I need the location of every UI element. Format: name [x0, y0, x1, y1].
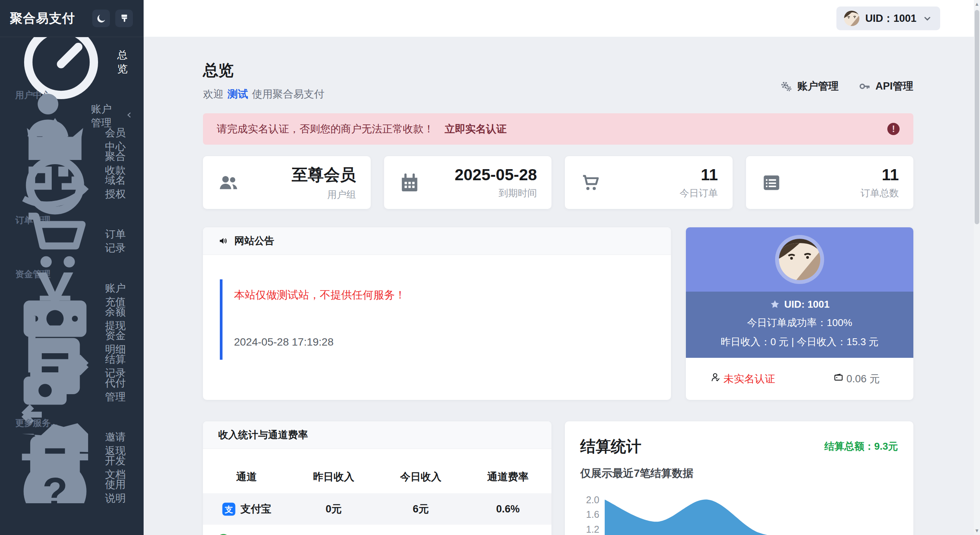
column-header: 今日收入: [377, 470, 465, 484]
user-menu-label: UID：1001: [865, 11, 916, 25]
cart-icon: [579, 172, 601, 194]
quick-link-key[interactable]: API管理: [859, 71, 913, 101]
column-header: 通道: [203, 470, 290, 484]
scrollbar-thumb[interactable]: [975, 10, 979, 224]
table-row: 支支付宝0元6元0.6%: [203, 493, 551, 525]
middle-row: 网站公告 本站仅做测试站，不提供任何服务！ 2024-05-28 17:19:2…: [203, 227, 913, 400]
scrollbar-up-arrow[interactable]: ▲: [974, 1, 980, 8]
settlement-card: 结算统计 结算总额：9.3元 仅展示最近7笔结算数据 2.01.61.20.80…: [565, 421, 913, 535]
stat-cards: 至尊会员用户组2025-05-28到期时间11今日订单11订单总数: [203, 156, 913, 209]
announcement-content: 本站仅做测试站，不提供任何服务！: [234, 288, 654, 302]
sidebar-item-label: 使用说明: [105, 478, 134, 503]
key-icon: [859, 80, 870, 92]
stat-label: 今日订单: [680, 187, 718, 199]
chevron-down-icon: [922, 13, 933, 24]
sidebar-item-globe[interactable]: 域名授权: [0, 175, 144, 199]
username: 测试: [227, 88, 248, 100]
verify-status-block[interactable]: 未实名认证: [686, 372, 800, 386]
profile-card: UID: 1001 今日订单成功率：100% 昨日收入：0 元 | 今日收入：1…: [686, 227, 913, 400]
profile-income: 昨日收入：0 元 | 今日收入：15.3 元: [686, 335, 913, 349]
announcement-quote: 本站仅做测试站，不提供任何服务！ 2024-05-28 17:19:28: [220, 279, 654, 360]
y-axis-tick: 1.6: [580, 509, 599, 520]
sidebar-header: 聚合易支付: [0, 0, 144, 37]
sidebar: 聚合易支付 总览用户中心账户管理会员中心聚合收款域名授权订单管理订单记录资金管理…: [0, 0, 144, 535]
settlement-subtitle: 仅展示最近7笔结算数据: [580, 466, 913, 481]
profile-footer: 未实名认证 0.06 元: [686, 358, 913, 400]
sidebar-nav: 总览用户中心账户管理会员中心聚合收款域名授权订单管理订单记录资金管理¥账户充值余…: [0, 37, 144, 503]
settlement-title: 结算统计: [580, 436, 641, 457]
sidebar-item-label: 代付管理: [105, 376, 134, 404]
page-header: 总览 欢迎测试使用聚合易支付 账户管理API管理: [203, 60, 913, 101]
profile-banner: [686, 227, 913, 292]
page-title: 总览: [203, 60, 324, 81]
user-menu[interactable]: UID：1001: [836, 7, 940, 30]
avatar: [844, 11, 859, 26]
profile-stats: UID: 1001 今日订单成功率：100% 昨日收入：0 元 | 今日收入：1…: [686, 292, 913, 358]
channel-name: 微信支付: [235, 533, 276, 535]
announcement-title: 网站公告: [234, 234, 274, 248]
alert-text: 请完成实名认证，否则您的商户无法正常收款！: [217, 122, 434, 136]
column-header: 通道费率: [465, 470, 552, 484]
sidebar-item-transfer[interactable]: 代付管理: [0, 378, 144, 402]
scrollbar-down-arrow[interactable]: ▼: [974, 527, 980, 534]
star-icon: [770, 299, 780, 310]
verify-alert: 请完成实名认证，否则您的商户无法正常收款！ 立即实名认证 !: [203, 113, 913, 145]
stat-label: 用户组: [292, 188, 356, 201]
sidebar-item-label: 总览: [117, 48, 134, 76]
stat-card: 11今日订单: [565, 156, 733, 209]
settlement-chart: 2.01.61.20.80.4: [580, 494, 913, 535]
calendar-icon: [399, 172, 420, 194]
y-axis-tick: 1.2: [580, 524, 599, 535]
app-logo: 聚合易支付: [10, 10, 75, 27]
stat-value: 11: [861, 166, 899, 184]
stat-label: 订单总数: [861, 187, 899, 199]
table-header-row: 通道昨日收入今日收入通道费率: [203, 460, 551, 493]
stat-card: 至尊会员用户组: [203, 156, 371, 209]
announcement-card: 网站公告 本站仅做测试站，不提供任何服务！ 2024-05-28 17:19:2…: [203, 227, 671, 400]
dark-mode-button[interactable]: [92, 10, 110, 27]
channel-rate: 0.6%: [465, 503, 552, 515]
main-area: UID：1001 总览 欢迎测试使用聚合易支付 账户管理API管理 请完成实名认…: [144, 0, 980, 535]
profile-uid: UID: 1001: [686, 298, 913, 310]
income-card-title: 收入统计与通道费率: [218, 428, 308, 442]
announcement-card-header: 网站公告: [203, 227, 671, 255]
app-root: 聚合易支付 总览用户中心账户管理会员中心聚合收款域名授权订单管理订单记录资金管理…: [0, 0, 980, 535]
avatar-large: [779, 239, 820, 280]
y-axis-tick: 2.0: [580, 494, 599, 505]
area-chart: [605, 494, 913, 535]
quick-link-gears[interactable]: 账户管理: [780, 71, 839, 101]
svg-text:支: 支: [224, 504, 233, 514]
stat-value: 2025-05-28: [455, 166, 537, 184]
stat-value: 11: [680, 166, 718, 184]
wechat-icon: [216, 533, 231, 535]
sidebar-item-cart[interactable]: 订单记录: [0, 229, 144, 253]
people-icon: [218, 172, 239, 194]
table-body: 支支付宝0元6元0.6%微信支付0元9.3元0.6%: [203, 493, 551, 535]
wallet-icon: [833, 372, 844, 382]
settlement-total: 结算总额：9.3元: [825, 440, 898, 453]
today-income: 9.3元: [377, 533, 465, 535]
quick-links: 账户管理API管理: [780, 71, 913, 101]
sidebar-item-gauge[interactable]: 总览: [0, 50, 144, 74]
balance-value: 0.06 元: [846, 373, 880, 385]
yesterday-income: 0元: [290, 533, 378, 535]
theme-button[interactable]: [115, 10, 133, 27]
question-icon: ?: [15, 452, 95, 503]
sidebar-item-label: 域名授权: [105, 173, 134, 201]
balance-block[interactable]: 0.06 元: [800, 372, 913, 386]
stat-label: 到期时间: [455, 187, 537, 199]
brush-icon: [119, 13, 129, 24]
today-income: 6元: [377, 502, 465, 516]
bottom-row: 收入统计与通道费率 通道昨日收入今日收入通道费率 支支付宝0元6元0.6%微信支…: [203, 421, 913, 535]
welcome-text: 欢迎测试使用聚合易支付: [203, 87, 324, 101]
verify-now-link[interactable]: 立即实名认证: [445, 122, 507, 136]
settlement-header: 结算统计 结算总额：9.3元: [580, 436, 913, 457]
topbar: UID：1001: [144, 0, 980, 37]
income-card-header: 收入统计与通道费率: [203, 421, 551, 449]
yesterday-income: 0元: [290, 502, 378, 516]
gears-icon: [780, 80, 792, 92]
speaker-icon: [218, 236, 229, 246]
column-header: 昨日收入: [290, 470, 378, 484]
sidebar-item-question[interactable]: ?使用说明: [0, 480, 144, 503]
exclamation-icon: !: [887, 123, 900, 135]
